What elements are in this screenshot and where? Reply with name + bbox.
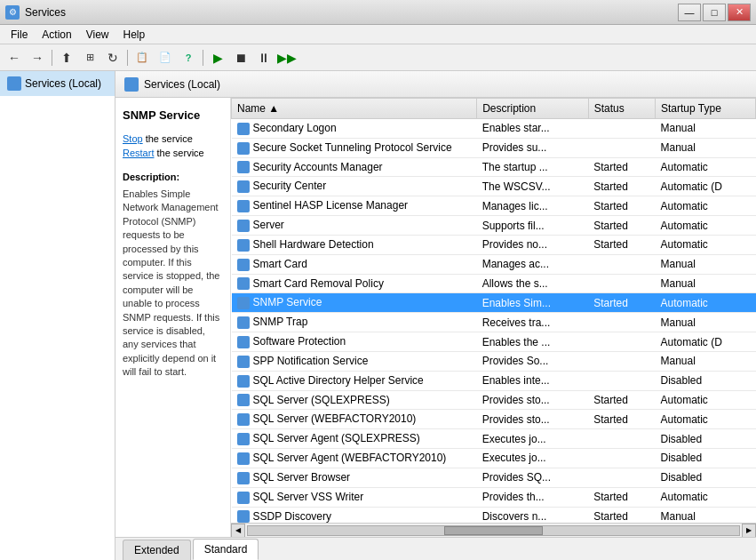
play-button[interactable]: ▶ bbox=[207, 48, 228, 68]
up-button[interactable]: ⬆ bbox=[56, 48, 77, 68]
table-row[interactable]: SQL Server VSS Writer Provides th... Sta… bbox=[232, 487, 756, 507]
table-row[interactable]: Smart Card Removal Policy Allows the s..… bbox=[232, 274, 756, 293]
service-status-cell bbox=[588, 449, 655, 468]
table-row[interactable]: SSDP Discovery Discovers n... Started Ma… bbox=[232, 507, 756, 523]
service-icon bbox=[237, 277, 250, 290]
table-row[interactable]: SQL Server Agent (SQLEXPRESS) Executes j… bbox=[232, 429, 756, 449]
service-desc-cell: Provides su... bbox=[477, 138, 589, 157]
help-toolbar-button[interactable]: ? bbox=[178, 48, 199, 68]
table-row[interactable]: Software Protection Enables the ... Auto… bbox=[232, 332, 756, 352]
properties-button[interactable]: 📄 bbox=[155, 48, 176, 68]
minimize-button[interactable]: — bbox=[678, 4, 701, 21]
table-row[interactable]: SQL Server (WEBFACTORY2010) Provides sto… bbox=[232, 410, 756, 429]
service-startup-cell: Automatic bbox=[656, 293, 756, 313]
service-name-cell: SQL Server VSS Writer bbox=[232, 487, 477, 507]
service-startup-cell: Automatic (D bbox=[656, 332, 756, 352]
service-status-cell bbox=[588, 138, 655, 157]
sidebar: Services (Local) bbox=[0, 71, 115, 560]
service-name-cell: Server bbox=[232, 216, 477, 236]
table-row[interactable]: SQL Server (SQLEXPRESS) Provides sto... … bbox=[232, 390, 756, 410]
menu-help[interactable]: Help bbox=[116, 27, 153, 43]
tab-extended[interactable]: Extended bbox=[123, 540, 191, 560]
table-row[interactable]: Server Supports fil... Started Automatic bbox=[232, 216, 756, 236]
forward-button[interactable]: → bbox=[27, 48, 48, 68]
tab-standard[interactable]: Standard bbox=[193, 539, 259, 560]
service-status-cell bbox=[588, 119, 655, 139]
table-row[interactable]: SPP Notification Service Provides So... … bbox=[232, 351, 756, 371]
show-hide-button[interactable]: ⊞ bbox=[79, 48, 100, 68]
service-desc-cell: Executes jo... bbox=[477, 429, 589, 449]
service-icon bbox=[237, 375, 250, 388]
service-status-cell: Started bbox=[588, 293, 655, 313]
service-status-cell: Started bbox=[588, 235, 655, 254]
col-header-startup-type[interactable]: Startup Type bbox=[656, 99, 756, 119]
service-startup-cell: Automatic bbox=[656, 487, 756, 507]
table-row[interactable]: SNMP Trap Receives tra... Manual bbox=[232, 313, 756, 332]
service-startup-cell: Manual bbox=[656, 274, 756, 293]
service-name-heading: SNMP Service bbox=[123, 107, 223, 124]
service-desc-cell: Provides sto... bbox=[477, 390, 589, 410]
service-status-cell: Started bbox=[588, 390, 655, 410]
table-row[interactable]: SNMP Service Enables Sim... Started Auto… bbox=[232, 293, 756, 313]
table-row[interactable]: SQL Server Agent (WEBFACTORY2010) Execut… bbox=[232, 449, 756, 468]
table-row[interactable]: Secondary Logon Enables star... Manual bbox=[232, 119, 756, 139]
table-row[interactable]: SQL Active Directory Helper Service Enab… bbox=[232, 371, 756, 390]
table-row[interactable]: Secure Socket Tunneling Protocol Service… bbox=[232, 138, 756, 157]
service-status-cell: Started bbox=[588, 157, 655, 177]
table-row[interactable]: SQL Server Browser Provides SQ... Disabl… bbox=[232, 468, 756, 487]
service-status-cell: Started bbox=[588, 196, 655, 216]
menu-action[interactable]: Action bbox=[35, 27, 78, 43]
pause-button[interactable]: ⏸ bbox=[253, 48, 275, 68]
col-header-status[interactable]: Status bbox=[588, 99, 655, 119]
desc-text: Enables Simple Network Management Protoc… bbox=[123, 188, 223, 379]
scroll-left-arrow[interactable]: ◀ bbox=[231, 524, 245, 538]
service-icon bbox=[237, 161, 250, 173]
services-table[interactable]: Name ▲ Description Status Startup Type S… bbox=[231, 98, 756, 523]
window-title: Services bbox=[25, 6, 66, 19]
scroll-thumb[interactable] bbox=[444, 526, 543, 535]
table-row[interactable]: Sentinel HASP License Manager Manages li… bbox=[232, 196, 756, 216]
toolbar-separator-1 bbox=[52, 50, 52, 66]
scroll-right-arrow[interactable]: ▶ bbox=[742, 524, 756, 538]
table-row[interactable]: Security Center The WSCSV... Started Aut… bbox=[232, 177, 756, 196]
stop-service-link[interactable]: Stop bbox=[123, 133, 143, 144]
close-button[interactable]: ✕ bbox=[728, 4, 751, 21]
service-startup-cell: Automatic bbox=[656, 410, 756, 429]
refresh-button[interactable]: ↻ bbox=[102, 48, 123, 68]
service-startup-cell: Automatic bbox=[656, 196, 756, 216]
stop-button[interactable]: ⏹ bbox=[230, 48, 251, 68]
service-icon bbox=[237, 180, 250, 193]
toolbar-separator-3 bbox=[203, 50, 203, 66]
service-name-cell: Shell Hardware Detection bbox=[232, 235, 477, 254]
restart-service-link[interactable]: Restart bbox=[123, 148, 154, 158]
sidebar-item-services-local[interactable]: Services (Local) bbox=[0, 71, 115, 96]
table-row[interactable]: Smart Card Manages ac... Manual bbox=[232, 254, 756, 274]
service-startup-cell: Disabled bbox=[656, 468, 756, 487]
maximize-button[interactable]: □ bbox=[703, 4, 726, 21]
menu-view[interactable]: View bbox=[79, 27, 116, 43]
service-status-cell bbox=[588, 332, 655, 352]
scroll-track[interactable] bbox=[247, 525, 740, 536]
service-startup-cell: Automatic bbox=[656, 157, 756, 177]
horizontal-scrollbar[interactable]: ◀ ▶ bbox=[231, 523, 756, 537]
restart-toolbar-button[interactable]: ▶▶ bbox=[276, 48, 298, 68]
export-button[interactable]: 📋 bbox=[131, 48, 153, 68]
col-header-description[interactable]: Description bbox=[477, 99, 589, 119]
back-button[interactable]: ← bbox=[4, 48, 25, 68]
service-desc-cell: Provides SQ... bbox=[477, 468, 589, 487]
service-icon bbox=[237, 123, 250, 135]
col-header-name[interactable]: Name ▲ bbox=[232, 99, 477, 119]
menu-file[interactable]: File bbox=[4, 27, 35, 43]
table-row[interactable]: Security Accounts Manager The startup ..… bbox=[232, 157, 756, 177]
service-name-cell: SQL Server Agent (SQLEXPRESS) bbox=[232, 429, 477, 449]
service-status-cell: Started bbox=[588, 177, 655, 196]
service-desc-cell: Manages ac... bbox=[477, 254, 589, 274]
service-name-cell: Security Center bbox=[232, 177, 477, 196]
table-row[interactable]: Shell Hardware Detection Provides no... … bbox=[232, 235, 756, 254]
service-status-cell bbox=[588, 313, 655, 332]
stop-suffix: the service bbox=[143, 133, 193, 144]
service-desc-cell: Provides sto... bbox=[477, 410, 589, 429]
service-startup-cell: Manual bbox=[656, 254, 756, 274]
service-icon bbox=[237, 510, 250, 523]
service-desc-cell: The WSCSV... bbox=[477, 177, 589, 196]
